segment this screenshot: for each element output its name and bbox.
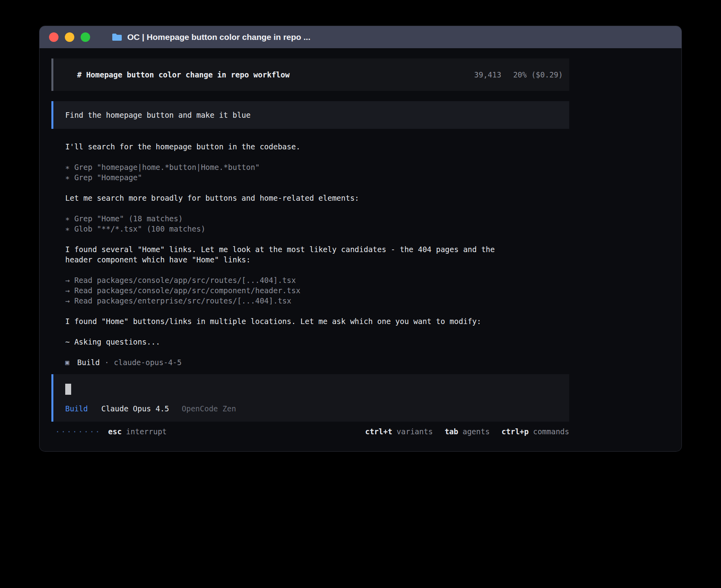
- input-model[interactable]: Claude Opus 4.5: [101, 404, 169, 413]
- status-asking: ~ Asking questions...: [65, 337, 569, 347]
- shortcut-commands: ctrl+p commands: [502, 427, 569, 436]
- input-mode[interactable]: Build: [65, 404, 88, 413]
- window-title: OC | Homepage button color change in rep…: [111, 32, 310, 42]
- traffic-lights: [49, 32, 90, 42]
- text-cursor: [65, 384, 71, 395]
- assistant-transcript: I'll search for the homepage button in t…: [51, 141, 569, 368]
- window-titlebar[interactable]: OC | Homepage button color change in rep…: [40, 26, 681, 48]
- shortcut-agents: tab agents: [445, 427, 490, 436]
- agent-separator: ·: [104, 357, 109, 368]
- input-provider: OpenCode Zen: [182, 404, 236, 413]
- agent-status-line: ▣ Build · claude-opus-4-5: [65, 357, 569, 368]
- tool-call-read: → Read packages/console/app/src/routes/[…: [65, 275, 569, 285]
- agent-model: claude-opus-4-5: [114, 357, 182, 368]
- activity-dots: ········: [55, 427, 101, 436]
- status-left: ········ esc interrupt: [55, 427, 167, 436]
- status-shortcuts: ctrl+t variants tab agents ctrl+p comman…: [365, 427, 569, 436]
- session-header: # Homepage button color change in repo w…: [51, 58, 569, 91]
- shortcut-variants: ctrl+t variants: [365, 427, 433, 436]
- user-message-text: Find the homepage button and make it blu…: [65, 110, 563, 120]
- agent-icon: ▣: [65, 357, 69, 368]
- prompt-input[interactable]: Build Claude Opus 4.5 OpenCode Zen: [51, 374, 569, 422]
- window-title-text: OC | Homepage button color change in rep…: [127, 32, 310, 42]
- tool-call-glob: ∗ Glob "**/*.tsx" (100 matches): [65, 224, 569, 234]
- minimize-button[interactable]: [65, 32, 74, 42]
- tool-call-grep: ∗ Grep "Homepage": [65, 172, 569, 183]
- session-title: # Homepage button color change in repo w…: [77, 70, 290, 79]
- close-button[interactable]: [49, 32, 59, 42]
- session-stats: 39,413 20% ($0.29): [474, 70, 563, 79]
- context-usage: 20% ($0.29): [513, 70, 563, 79]
- zoom-button[interactable]: [81, 32, 90, 42]
- assistant-text: I found several "Home" links. Let me loo…: [65, 244, 569, 254]
- esc-key-hint: esc: [108, 427, 122, 436]
- tool-call-read: → Read packages/enterprise/src/routes/[.…: [65, 296, 569, 306]
- assistant-text: header component which have "Home" links…: [65, 254, 569, 265]
- terminal-window: OC | Homepage button color change in rep…: [40, 26, 681, 451]
- esc-key-label: interrupt: [126, 427, 167, 436]
- status-bar: ········ esc interrupt ctrl+t variants t…: [51, 427, 569, 436]
- agent-name: Build: [77, 357, 100, 368]
- tool-call-grep: ∗ Grep "Home" (18 matches): [65, 213, 569, 224]
- assistant-text: I'll search for the homepage button in t…: [65, 141, 569, 152]
- token-count: 39,413: [474, 70, 502, 79]
- folder-icon: [111, 33, 123, 41]
- user-message: Find the homepage button and make it blu…: [51, 101, 569, 129]
- tool-call-grep: ∗ Grep "homepage|home.*button|Home.*butt…: [65, 162, 569, 172]
- tool-call-read: → Read packages/console/app/src/componen…: [65, 285, 569, 296]
- input-meta: Build Claude Opus 4.5 OpenCode Zen: [65, 404, 563, 413]
- assistant-text: Let me search more broadly for buttons a…: [65, 193, 569, 203]
- assistant-text: I found "Home" buttons/links in multiple…: [65, 316, 569, 326]
